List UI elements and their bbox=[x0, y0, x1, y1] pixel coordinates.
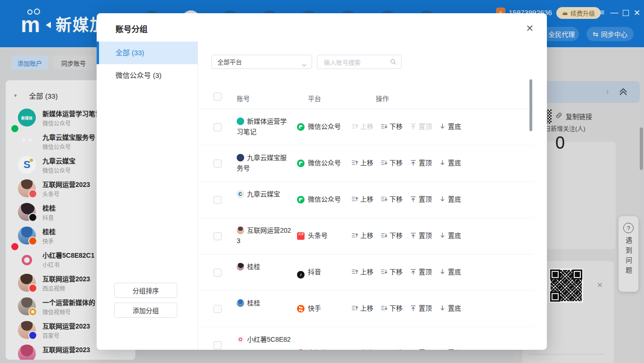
move-down-button[interactable]: 下移 bbox=[380, 230, 403, 240]
kuaishou-platform-icon bbox=[297, 305, 305, 312]
pin-top-button[interactable]: 置顶 bbox=[410, 158, 432, 167]
move-down-button[interactable]: 下移 bbox=[380, 303, 403, 312]
table-header: 账号 平台 操作 bbox=[198, 87, 534, 109]
account-grouping-modal: 账号分组 ✕ 全部 (33) 微信公众号 (3) 分组排序 添加分组 全部平台 bbox=[97, 13, 547, 350]
move-up-button[interactable]: 上移 bbox=[351, 194, 373, 203]
modal-close-icon[interactable]: ✕ bbox=[526, 23, 534, 34]
table-row: 桂桂 ♪抖音 上移 下移 置顶 置底 bbox=[198, 254, 534, 291]
move-up-icon bbox=[351, 195, 358, 203]
toutiao-platform-icon: 头条 bbox=[297, 232, 305, 240]
row-checkbox[interactable] bbox=[214, 232, 222, 240]
move-down-button[interactable]: 下移 bbox=[380, 347, 403, 350]
row-actions: 上移 下移 置顶 置底 bbox=[351, 303, 461, 312]
column-header-platform: 平台 bbox=[308, 93, 321, 103]
pin-bottom-button[interactable]: 置底 bbox=[439, 230, 461, 240]
table-row: 九章云媒宝 微信公众号 上移 下移 置顶 置底 bbox=[198, 181, 534, 218]
pin-bottom-button[interactable]: 置底 bbox=[439, 303, 461, 312]
row-actions: 上移 下移 置顶 置底 bbox=[351, 121, 461, 131]
pin-bottom-button[interactable]: 置底 bbox=[439, 347, 461, 350]
pin-bottom-icon bbox=[439, 123, 446, 130]
group-add-button[interactable]: 添加分组 bbox=[114, 303, 177, 318]
row-checkbox[interactable] bbox=[214, 269, 222, 277]
pin-bottom-button[interactable]: 置底 bbox=[439, 194, 461, 203]
pin-top-icon bbox=[410, 268, 417, 275]
account-avatar bbox=[237, 227, 244, 234]
move-down-button[interactable]: 下移 bbox=[380, 194, 403, 203]
row-platform: 微信公众号 bbox=[297, 121, 341, 131]
row-account-name: 桂桂 bbox=[247, 263, 260, 270]
group-item-wechat[interactable]: 微信公众号 (3) bbox=[97, 64, 198, 87]
column-header-account: 账号 bbox=[237, 93, 250, 103]
move-up-button[interactable]: 上移 bbox=[351, 158, 373, 167]
pin-bottom-icon bbox=[439, 304, 446, 312]
row-checkbox[interactable] bbox=[214, 196, 222, 204]
move-down-icon bbox=[380, 349, 388, 350]
row-account-name: 小红薯5C8E82 bbox=[247, 336, 291, 343]
modal-scrollbar-thumb[interactable] bbox=[529, 79, 532, 131]
group-sort-button[interactable]: 分组排序 bbox=[114, 283, 177, 298]
move-up-icon bbox=[351, 159, 358, 166]
row-platform: ♪抖音 bbox=[297, 267, 321, 279]
pin-top-button[interactable]: 置顶 bbox=[410, 347, 432, 350]
row-platform: 微信公众号 bbox=[297, 158, 341, 167]
move-down-icon bbox=[380, 304, 388, 312]
move-up-button[interactable]: 上移 bbox=[351, 121, 373, 131]
move-up-icon bbox=[351, 268, 358, 275]
pin-top-icon bbox=[410, 304, 417, 312]
pin-top-button[interactable]: 置顶 bbox=[410, 230, 432, 240]
move-down-button[interactable]: 下移 bbox=[380, 267, 403, 276]
row-checkbox[interactable] bbox=[214, 123, 222, 131]
move-up-button[interactable]: 上移 bbox=[351, 347, 373, 350]
app-window: m 新媒加 ∨ 15973992636 续费升级 ≡ — ✕ ❖ bbox=[0, 0, 644, 363]
pin-bottom-button[interactable]: 置底 bbox=[439, 121, 461, 131]
move-up-icon bbox=[351, 304, 358, 312]
row-account-name: 互联网运营2023 bbox=[237, 227, 291, 245]
move-up-icon bbox=[351, 232, 358, 239]
row-platform: 头条头条号 bbox=[297, 230, 328, 240]
move-up-button[interactable]: 上移 bbox=[351, 303, 373, 312]
pin-top-button[interactable]: 置顶 bbox=[410, 121, 432, 131]
move-down-icon bbox=[380, 159, 388, 166]
move-down-icon bbox=[380, 195, 388, 203]
move-down-button[interactable]: 下移 bbox=[380, 121, 403, 131]
group-item-all[interactable]: 全部 (33) bbox=[97, 42, 198, 64]
account-search-input[interactable] bbox=[323, 56, 391, 69]
pin-bottom-icon bbox=[439, 195, 446, 203]
row-platform: 快手 bbox=[297, 303, 321, 312]
account-avatar bbox=[237, 154, 244, 161]
account-avatar bbox=[237, 118, 244, 125]
pin-top-button[interactable]: 置顶 bbox=[410, 194, 432, 203]
table-row: 新媒体运营学习笔记 微信公众号 上移 下移 置顶 置底 bbox=[198, 109, 534, 145]
pin-top-icon bbox=[410, 349, 417, 350]
move-down-button[interactable]: 下移 bbox=[380, 158, 403, 167]
row-account: 互联网运营2023 bbox=[237, 225, 292, 246]
row-actions: 上移 下移 置顶 置底 bbox=[351, 158, 461, 167]
account-avatar bbox=[237, 336, 244, 343]
wechat-platform-icon bbox=[297, 123, 305, 131]
move-up-icon bbox=[351, 349, 358, 350]
pin-bottom-button[interactable]: 置底 bbox=[439, 158, 461, 167]
row-platform: 小红书 bbox=[297, 347, 328, 350]
move-down-icon bbox=[380, 268, 388, 275]
platform-filter-select[interactable]: 全部平台 bbox=[211, 55, 312, 69]
chevron-down-icon bbox=[301, 59, 307, 73]
pin-bottom-icon bbox=[439, 232, 446, 239]
pin-top-button[interactable]: 置顶 bbox=[410, 267, 432, 276]
row-checkbox[interactable] bbox=[214, 160, 222, 168]
row-checkbox[interactable] bbox=[214, 305, 222, 313]
pin-bottom-button[interactable]: 置底 bbox=[439, 267, 461, 276]
pin-bottom-icon bbox=[439, 159, 446, 166]
move-up-button[interactable]: 上移 bbox=[351, 230, 373, 240]
select-all-checkbox[interactable] bbox=[214, 93, 222, 101]
move-up-button[interactable]: 上移 bbox=[351, 267, 373, 276]
row-account: 九章云媒宝 bbox=[237, 189, 292, 199]
row-account-name: 桂桂 bbox=[247, 299, 260, 307]
account-avatar bbox=[237, 299, 244, 307]
pin-top-icon bbox=[410, 159, 417, 166]
modal-title: 账号分组 bbox=[116, 23, 148, 34]
platform-filter-value: 全部平台 bbox=[217, 59, 242, 66]
row-checkbox[interactable] bbox=[214, 341, 222, 349]
pin-bottom-icon bbox=[439, 349, 446, 350]
move-down-icon bbox=[380, 123, 388, 130]
pin-top-button[interactable]: 置顶 bbox=[410, 303, 432, 312]
